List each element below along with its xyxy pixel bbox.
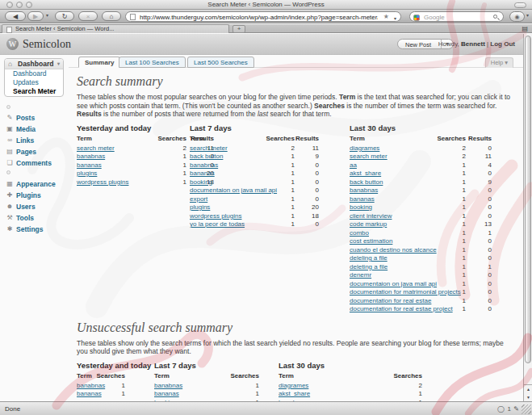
tools-dropdown-icon[interactable]: ▾ [526, 12, 529, 18]
term-link[interactable]: documentaion on java mail api [190, 187, 277, 194]
home-button[interactable]: ⌂ [102, 11, 121, 21]
help-button[interactable]: Help ▾ [485, 57, 513, 68]
term-link[interactable]: booking [190, 178, 212, 186]
term-link[interactable]: diagrames [279, 382, 308, 389]
term-link[interactable]: booking [350, 203, 372, 211]
sidebar-subitem-search-meter[interactable]: Search Meter [5, 87, 63, 96]
reload-button[interactable]: ↻ [55, 11, 74, 21]
sidebar-item-dashboard[interactable]: ⌂ Dashboard ▾ [5, 59, 63, 69]
scroll-up-icon[interactable]: ▲ [524, 385, 532, 393]
term-link[interactable]: search meter [350, 153, 387, 160]
term-link[interactable]: banabnas [77, 153, 105, 160]
table-row: search meter211 [350, 153, 492, 161]
toolbar-toggle-button[interactable] [514, 2, 526, 8]
sidebar-item-media[interactable]: ▣Media [0, 124, 69, 134]
sidebar-item-settings[interactable]: ✱Settings [0, 224, 69, 234]
term-link[interactable]: bananas [77, 390, 102, 397]
table-row: banabnas1 [77, 382, 125, 391]
menu-separator-icon[interactable] [6, 105, 10, 109]
term-link[interactable]: akst_share [350, 170, 381, 177]
term-link[interactable]: documentation for matrimonial projects [350, 288, 461, 296]
term-link[interactable]: search meter [77, 145, 115, 152]
sidebar-item-posts[interactable]: ✎Posts [0, 113, 69, 123]
search-summary-tables: Yesterday and today Term Searches Result… [77, 124, 523, 317]
term-link[interactable]: search meter [190, 145, 228, 152]
site-name[interactable]: Semicolon [23, 38, 71, 51]
term-link[interactable]: bananas [350, 195, 375, 203]
forward-button[interactable]: ▶ [27, 11, 44, 21]
sidebar-item-tools[interactable]: ⚒Tools [0, 213, 69, 223]
tab-summary[interactable]: Summary [78, 57, 120, 68]
term-link[interactable]: cuando el destino nos alcance [350, 246, 437, 254]
term-link[interactable]: plugins [190, 203, 210, 211]
sidebar-item-pages[interactable]: ▤Pages [0, 147, 69, 157]
term-link[interactable]: plugins [77, 170, 97, 177]
term-link[interactable]: export [190, 195, 207, 203]
term-link[interactable]: bananas [190, 170, 215, 177]
collapse-arrow-icon[interactable]: ▾ [57, 59, 60, 69]
sidebar-item-appearance[interactable]: ▦Appearance [0, 179, 69, 189]
bookmark-dropdown-icon[interactable]: ▾ [394, 15, 396, 23]
address-bar[interactable]: http://www.thunderguy.com/semicolon/wp/w… [125, 11, 401, 22]
sidebar-item-comments[interactable]: ❏Comments [0, 158, 69, 168]
results-value: 0 [316, 187, 319, 195]
unsuccessful-tables: Yesterday and today Term Searches banabn… [77, 361, 523, 402]
table-unsuccessful-30-days: Last 30 days Term Searches diagrames2aks… [279, 361, 422, 402]
browser-tab[interactable]: Search Meter ‹ Semicolon — Word... [2, 24, 229, 33]
term-link[interactable]: cost estimation [350, 237, 392, 245]
results-value: 0 [488, 297, 492, 306]
bookmark-star-icon[interactable]: ★ [383, 12, 389, 21]
sidebar-item-plugins[interactable]: ✚Plugins [0, 191, 69, 200]
term-link[interactable]: code markup [350, 220, 387, 228]
new-tab-button[interactable]: + [232, 25, 245, 33]
term-link[interactable]: documentation for real estae [350, 297, 431, 304]
term-link[interactable]: diagrames [350, 145, 379, 152]
term-link[interactable]: banabnas [350, 187, 378, 194]
sidebar-subitem-updates[interactable]: Updates [5, 78, 63, 87]
term-link[interactable]: documentation for real estae project [350, 305, 453, 312]
scroll-down-icon[interactable]: ▼ [524, 393, 532, 401]
term-link[interactable]: wordpress plugins [190, 212, 241, 220]
vertical-scrollbar[interactable]: ▲ ▼ [523, 34, 532, 401]
term-link[interactable]: banabnas [190, 161, 218, 169]
status-circle-icon[interactable]: ◯ [497, 405, 505, 413]
back-button[interactable]: ◀ [5, 11, 26, 21]
searches-value: 2 [183, 145, 186, 153]
tab-title: Search Meter ‹ Semicolon — Word... [15, 25, 114, 32]
resize-grip[interactable] [522, 405, 531, 414]
term-link[interactable]: back button [190, 153, 223, 160]
logout-link[interactable]: Log Out [490, 40, 515, 48]
sidebar-item-users[interactable]: ☻Users [0, 202, 69, 212]
term-link[interactable]: bananas [154, 390, 179, 397]
term-link[interactable]: bananas [77, 161, 102, 169]
search-input[interactable]: Google [409, 11, 504, 22]
term-link[interactable]: yo la peor de todas [190, 220, 245, 228]
term-link[interactable]: client interview [350, 212, 392, 220]
status-pencil-icon[interactable]: ✎ [513, 405, 519, 413]
term-link[interactable]: documentaion on java mail api [350, 280, 437, 287]
sidebar-item-links[interactable]: ∞Links [0, 136, 69, 145]
term-link[interactable]: combo [350, 229, 369, 237]
term-link[interactable]: deleting a file [350, 263, 387, 270]
term-link[interactable]: banabnas [154, 382, 182, 389]
term-link[interactable]: denemr [350, 271, 371, 279]
sidebar-subitem-dashboard[interactable]: Dashboard [5, 69, 63, 78]
menu-separator-icon[interactable] [6, 170, 10, 174]
tab-list-icon[interactable]: ▤ [522, 25, 528, 32]
tab-last-100-searches[interactable]: Last 100 Searches [119, 57, 186, 68]
term-link[interactable]: wordpress plugins [77, 178, 128, 186]
history-dropdown-icon[interactable]: ▾ [46, 12, 48, 18]
table-last-30-days: Last 30 days Term Searches Results diagr… [350, 124, 492, 314]
searches-value: 2 [463, 145, 466, 153]
term-link[interactable]: akst_share [279, 390, 310, 397]
scrollbar-thumb[interactable] [525, 36, 531, 363]
tab-last-500-searches[interactable]: Last 500 Searches [187, 57, 254, 68]
term-link[interactable]: banabnas [77, 382, 105, 389]
term-link[interactable]: deleling a file [350, 254, 387, 262]
term-link[interactable]: back button [350, 178, 383, 186]
page-tools-button[interactable]: ◉ [509, 11, 525, 22]
table-row: bananas1 [77, 390, 125, 399]
results-value: 1 [488, 229, 492, 238]
term-link[interactable]: aa [350, 161, 357, 169]
stop-button[interactable]: × [78, 11, 98, 21]
